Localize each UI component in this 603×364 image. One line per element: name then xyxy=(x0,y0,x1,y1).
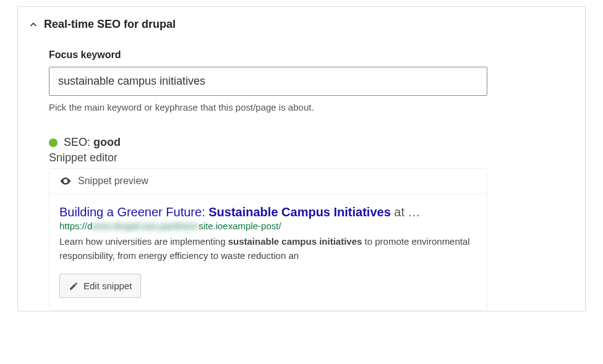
focus-keyword-label: Focus keyword xyxy=(49,49,487,61)
seo-status-text: SEO: good xyxy=(64,136,121,149)
edit-snippet-button[interactable]: Edit snippet xyxy=(59,274,141,298)
seo-score: good xyxy=(93,136,121,148)
panel-title: Real-time SEO for drupal xyxy=(44,18,176,31)
eye-icon xyxy=(59,175,72,187)
snippet-url-prefix: https://d xyxy=(59,221,92,231)
snippet-desc-prefix: Learn how universities are implementing xyxy=(59,236,228,247)
snippet-body: Building a Greener Future: Sustainable C… xyxy=(49,194,487,310)
snippet-title[interactable]: Building a Greener Future: Sustainable C… xyxy=(59,205,477,219)
snippet-preview-header: Snippet preview xyxy=(49,169,487,194)
snippet-title-keyword: Sustainable Campus Initiatives xyxy=(208,205,391,219)
focus-keyword-help: Pick the main keyword or keyphrase that … xyxy=(49,102,487,112)
focus-keyword-input[interactable] xyxy=(49,67,487,96)
snippet-url-redacted: emo-drupal-seo.pantheon xyxy=(92,221,199,231)
snippet-url[interactable]: https://demo-drupal-seo.pantheonsite.ioe… xyxy=(59,221,477,231)
seo-panel: Real-time SEO for drupal Focus keyword P… xyxy=(17,6,586,311)
snippet-url-suffix: site.ioexample-post/ xyxy=(199,221,281,231)
snippet-description[interactable]: Learn how universities are implementing … xyxy=(59,235,477,263)
pencil-icon xyxy=(69,281,79,291)
panel-header[interactable]: Real-time SEO for drupal xyxy=(29,18,574,31)
snippet-preview-label: Snippet preview xyxy=(78,176,148,187)
snippet-title-prefix: Building a Greener Future: xyxy=(59,205,208,219)
seo-label-prefix: SEO: xyxy=(64,136,93,148)
collapse-caret-icon xyxy=(29,20,38,29)
seo-status-row: SEO: good xyxy=(49,136,487,149)
svg-point-0 xyxy=(64,180,66,182)
seo-indicator-icon xyxy=(49,138,58,147)
snippet-title-suffix: at … xyxy=(391,205,421,219)
snippet-desc-keyword: sustainable campus initiatives xyxy=(228,236,362,247)
edit-snippet-label: Edit snippet xyxy=(83,281,132,291)
panel-body: Focus keyword Pick the main keyword or k… xyxy=(49,49,487,311)
snippet-editor-label: Snippet editor xyxy=(49,151,487,164)
snippet-box: Snippet preview Building a Greener Futur… xyxy=(49,168,487,311)
